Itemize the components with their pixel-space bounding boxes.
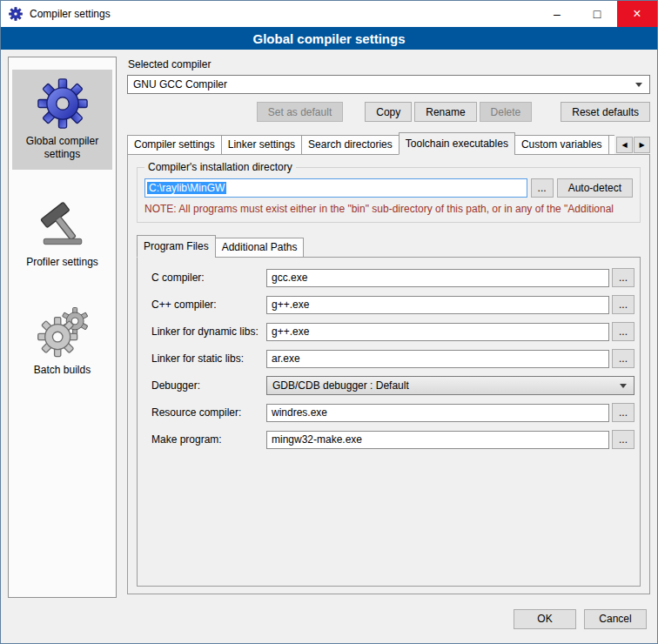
subtab-program-files[interactable]: Program Files [137,235,216,258]
dynamic-linker-label: Linker for dynamic libs: [151,325,266,338]
dynamic-linker-input[interactable]: g++.exe [266,323,609,341]
dialog-footer: OK Cancel [1,603,657,643]
sidebar-item-batch-builds[interactable]: Batch builds [12,299,112,386]
sidebar-item-label: Profiler settings [26,256,98,269]
close-button[interactable]: × [617,1,657,27]
c-compiler-browse-button[interactable]: ... [612,268,634,287]
settings-tabstrip: Compiler settings Linker settings Search… [127,132,650,155]
selected-compiler-value: GNU GCC Compiler [133,78,227,91]
reset-defaults-button[interactable]: Reset defaults [561,102,650,122]
tab-scroll-left-icon[interactable]: ◀ [616,137,633,153]
main-panel: Selected compiler GNU GCC Compiler Set a… [127,57,650,598]
static-linker-browse-button[interactable]: ... [612,349,634,368]
tab-toolchain-executables[interactable]: Toolchain executables [399,132,515,155]
debugger-value: GDB/CDB debugger : Default [272,379,409,392]
tab-compiler-settings[interactable]: Compiler settings [127,135,222,155]
rename-button[interactable]: Rename [414,102,476,122]
dialog-header: Global compiler settings [1,27,657,50]
cpp-compiler-label: C++ compiler: [151,299,266,311]
settings-category-list: Global compiler settings Profiler settin… [8,57,117,598]
tab-linker-settings[interactable]: Linker settings [221,135,302,155]
compiler-buttons: Set as default Copy Rename Delete Reset … [127,102,650,122]
blue-gear-icon [37,78,88,129]
minimize-button[interactable]: – [537,1,577,27]
tab-search-directories[interactable]: Search directories [301,135,400,155]
delete-button: Delete [480,102,533,122]
resource-compiler-label: Resource compiler: [151,406,266,419]
copy-button[interactable]: Copy [365,102,412,122]
c-compiler-label: C compiler: [151,272,266,284]
sidebar-item-global-compiler-settings[interactable]: Global compiler settings [12,70,112,170]
tab-scroll-right-icon[interactable]: ▶ [634,137,650,153]
installation-directory-row: C:\raylib\MinGW ... Auto-detect [144,178,633,198]
window-title: Compiler settings [30,8,111,20]
program-files-tabstrip: Program Files Additional Paths [137,235,641,258]
field-row: Linker for dynamic libs: g++.exe ... [151,322,634,341]
resource-compiler-browse-button[interactable]: ... [612,403,634,422]
field-row: Linker for static libs: ar.exe ... [151,349,634,368]
ok-button[interactable]: OK [514,609,576,629]
make-program-browse-button[interactable]: ... [612,430,634,449]
note-text: NOTE: All programs must exist either in … [144,203,633,215]
debugger-label: Debugger: [151,379,266,392]
subtabs: Program Files Additional Paths [137,235,641,258]
hammer-tool-icon [37,199,88,250]
static-linker-input[interactable]: ar.exe [266,350,609,368]
window-controls: – □ × [537,1,657,27]
group-title: Compiler's installation directory [144,161,296,173]
dynamic-linker-browse-button[interactable]: ... [612,322,634,341]
resource-compiler-input[interactable]: windres.exe [266,404,609,422]
subtab-additional-paths[interactable]: Additional Paths [215,238,305,258]
field-row: C++ compiler: g++.exe ... [151,295,634,314]
sidebar-item-label: Global compiler settings [14,135,111,161]
selected-compiler-label: Selected compiler [128,58,650,70]
sidebar-item-label: Batch builds [34,364,91,377]
installation-directory-group: Compiler's installation directory C:\ray… [137,167,641,223]
toolchain-executables-page: Compiler's installation directory C:\ray… [127,154,650,594]
chevron-down-icon [620,384,627,388]
tab-build-options[interactable]: Build options [608,135,614,155]
titlebar: Compiler settings – □ × [1,1,657,27]
static-linker-label: Linker for static libs: [151,352,266,365]
set-as-default-button: Set as default [257,102,343,122]
tabs: Compiler settings Linker settings Search… [127,132,614,155]
dialog-body: Global compiler settings Profiler settin… [1,50,657,603]
selected-compiler-select[interactable]: GNU GCC Compiler [127,75,650,94]
maximize-button[interactable]: □ [577,1,617,27]
make-program-input[interactable]: mingw32-make.exe [266,431,609,449]
make-program-label: Make program: [151,433,266,446]
compiler-settings-window: Compiler settings – □ × Global compiler … [0,0,658,644]
auto-detect-button[interactable]: Auto-detect [557,178,633,198]
sidebar-item-profiler-settings[interactable]: Profiler settings [12,191,112,278]
field-row: Debugger: GDB/CDB debugger : Default [151,376,634,395]
field-row: Make program: mingw32-make.exe ... [151,430,634,449]
field-row: Resource compiler: windres.exe ... [151,403,634,422]
c-compiler-input[interactable]: gcc.exe [266,269,609,287]
tab-custom-variables[interactable]: Custom variables [514,135,609,155]
installation-directory-browse-button[interactable]: ... [531,178,554,198]
debugger-select[interactable]: GDB/CDB debugger : Default [266,376,634,395]
chevron-down-icon [635,83,642,87]
program-files-page: C compiler: gcc.exe ... C++ compiler: g+… [137,257,641,587]
app-gear-icon [9,7,23,21]
installation-directory-value: C:\raylib\MinGW [147,182,226,194]
gray-gears-icon [37,307,88,358]
cpp-compiler-browse-button[interactable]: ... [612,295,634,314]
tab-scroll-buttons: ◀ ▶ [616,137,650,153]
cancel-button[interactable]: Cancel [584,609,647,629]
field-row: C compiler: gcc.exe ... [151,268,634,287]
cpp-compiler-input[interactable]: g++.exe [266,296,609,314]
installation-directory-input[interactable]: C:\raylib\MinGW [144,178,527,198]
